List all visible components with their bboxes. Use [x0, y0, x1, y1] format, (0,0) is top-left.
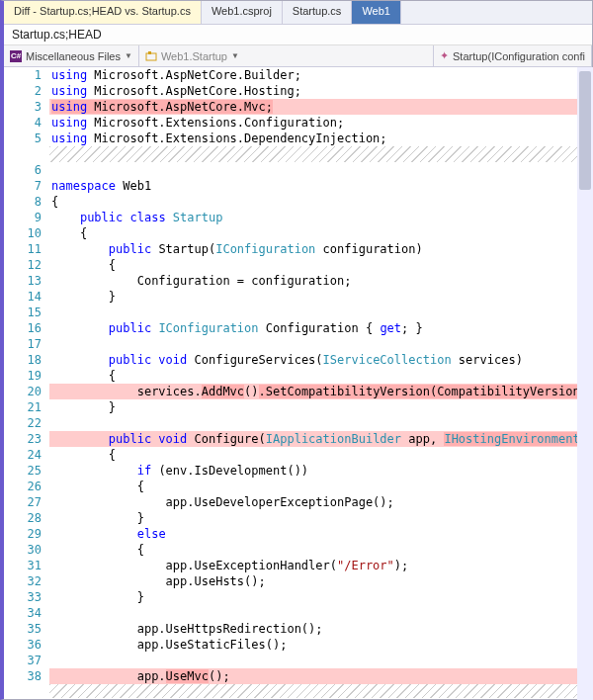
- document-tab[interactable]: Web1: [352, 1, 401, 24]
- line-number: 15: [4, 305, 42, 320]
- line-number: 27: [4, 494, 42, 510]
- code-line[interactable]: Configuration = configuration;: [49, 273, 592, 289]
- line-number: 20: [4, 384, 42, 399]
- code-line[interactable]: app.UseHsts();: [49, 573, 592, 589]
- code-line[interactable]: using Microsoft.AspNetCore.Hosting;: [49, 83, 592, 99]
- line-number: 5: [4, 131, 42, 146]
- code-line[interactable]: {: [49, 479, 592, 494]
- line-number: 9: [4, 210, 42, 225]
- code-line[interactable]: }: [49, 589, 592, 605]
- member-selector[interactable]: ✦ Startup(IConfiguration configurat: [434, 45, 592, 66]
- line-number: [4, 684, 42, 698]
- code-line[interactable]: namespace Web1: [49, 178, 592, 194]
- code-line[interactable]: }: [49, 399, 592, 415]
- line-number: 37: [4, 653, 42, 668]
- line-number: 38: [4, 668, 42, 684]
- scrollbar-thumb[interactable]: [579, 71, 591, 190]
- document-tabs: Diff - Startup.cs;HEAD vs. Startup.csWeb…: [4, 1, 592, 25]
- line-number: 17: [4, 336, 42, 352]
- line-number: 24: [4, 447, 42, 463]
- line-number: 12: [4, 257, 42, 273]
- method-icon: ✦: [440, 49, 449, 62]
- line-number: 11: [4, 241, 42, 257]
- line-number: 34: [4, 605, 42, 621]
- line-number: 1: [4, 67, 42, 83]
- code-line[interactable]: app.UseStaticFiles();: [49, 637, 592, 653]
- vertical-scrollbar[interactable]: [577, 67, 593, 700]
- code-line[interactable]: if (env.IsDevelopment()): [49, 463, 592, 479]
- svg-rect-0: [146, 53, 156, 60]
- code-line[interactable]: [49, 146, 592, 162]
- code-line[interactable]: app.UseExceptionHandler("/Error");: [49, 558, 592, 573]
- code-line[interactable]: using Microsoft.AspNetCore.Mvc;: [49, 99, 592, 115]
- code-line[interactable]: {: [49, 447, 592, 463]
- code-line[interactable]: else: [49, 526, 592, 542]
- code-line[interactable]: [49, 605, 592, 621]
- csharp-icon: C#: [10, 50, 22, 62]
- line-number: 8: [4, 194, 42, 210]
- line-number: 31: [4, 558, 42, 573]
- code-line[interactable]: {: [49, 542, 592, 558]
- document-tab[interactable]: Diff - Startup.cs;HEAD vs. Startup.cs: [4, 1, 202, 24]
- line-number: 18: [4, 352, 42, 368]
- code-line[interactable]: app.UseHttpsRedirection();: [49, 621, 592, 637]
- code-line[interactable]: public void Configure(IApplicationBuilde…: [49, 431, 592, 447]
- code-line[interactable]: {: [49, 368, 592, 384]
- code-line[interactable]: public Startup(IConfiguration configurat…: [49, 241, 592, 257]
- file-subheader: Startup.cs;HEAD: [4, 25, 592, 45]
- line-number: 13: [4, 273, 42, 289]
- code-line[interactable]: using Microsoft.Extensions.Configuration…: [49, 115, 592, 131]
- code-line[interactable]: }: [49, 289, 592, 305]
- code-line[interactable]: [49, 415, 592, 431]
- code-line[interactable]: public void ConfigureServices(IServiceCo…: [49, 352, 592, 368]
- line-number: 2: [4, 83, 42, 99]
- line-number: 7: [4, 178, 42, 194]
- line-number: 19: [4, 368, 42, 384]
- line-number: 6: [4, 162, 42, 178]
- line-number: 4: [4, 115, 42, 131]
- scope-selector[interactable]: C# Miscellaneous Files ▼: [4, 45, 139, 66]
- code-line[interactable]: {: [49, 225, 592, 241]
- line-number: 21: [4, 399, 42, 415]
- line-number: 25: [4, 463, 42, 479]
- code-line[interactable]: using Microsoft.AspNetCore.Builder;: [49, 67, 592, 83]
- line-number: 32: [4, 573, 42, 589]
- scope-label: Miscellaneous Files: [26, 50, 121, 62]
- code-line[interactable]: }: [49, 510, 592, 526]
- code-line[interactable]: public IConfiguration Configuration { ge…: [49, 320, 592, 336]
- code-line[interactable]: services.AddMvc().SetCompatibilityVersio…: [49, 384, 592, 399]
- line-number: 10: [4, 225, 42, 241]
- line-number: 36: [4, 637, 42, 653]
- class-label: Web1.Startup: [161, 50, 227, 62]
- code-line[interactable]: app.UseDeveloperExceptionPage();: [49, 494, 592, 510]
- document-tab[interactable]: Web1.csproj: [202, 1, 283, 24]
- code-line[interactable]: [49, 684, 592, 698]
- code-editor[interactable]: 1234567891011121314151617181920212223242…: [4, 67, 592, 698]
- code-line[interactable]: [49, 653, 592, 668]
- class-selector[interactable]: Web1.Startup ▼: [139, 45, 434, 66]
- code-line[interactable]: {: [49, 194, 592, 210]
- code-line[interactable]: [49, 162, 592, 178]
- code-line[interactable]: {: [49, 257, 592, 273]
- code-line[interactable]: using Microsoft.Extensions.DependencyInj…: [49, 131, 592, 146]
- chevron-down-icon: ▼: [231, 51, 239, 60]
- chevron-down-icon: ▼: [125, 51, 132, 60]
- line-number: 29: [4, 526, 42, 542]
- member-label: Startup(IConfiguration configurat: [453, 50, 585, 62]
- line-number: 35: [4, 621, 42, 637]
- code-content[interactable]: using Microsoft.AspNetCore.Builder;using…: [49, 67, 592, 698]
- line-number: 3: [4, 99, 42, 115]
- code-line[interactable]: app.UseMvc();: [49, 668, 592, 684]
- code-line[interactable]: [49, 305, 592, 320]
- line-number: 28: [4, 510, 42, 526]
- line-number: [4, 146, 42, 162]
- code-line[interactable]: [49, 336, 592, 352]
- navigation-bar: C# Miscellaneous Files ▼ Web1.Startup ▼ …: [4, 45, 592, 67]
- line-number: 33: [4, 589, 42, 605]
- code-line[interactable]: public class Startup: [49, 210, 592, 225]
- line-number: 30: [4, 542, 42, 558]
- class-icon: [145, 50, 157, 62]
- line-number: 14: [4, 289, 42, 305]
- document-tab[interactable]: Startup.cs: [283, 1, 353, 24]
- line-number: 16: [4, 320, 42, 336]
